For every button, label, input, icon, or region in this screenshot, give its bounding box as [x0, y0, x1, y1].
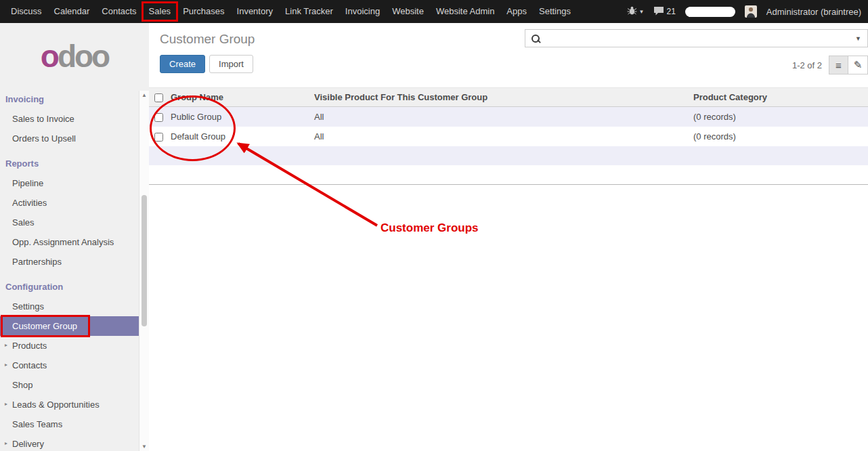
sidebar-item-products[interactable]: ▸Products	[0, 336, 139, 356]
column-header-group-name[interactable]: Group Name	[165, 88, 309, 107]
row-checkbox[interactable]	[154, 133, 163, 142]
user-menu[interactable]: Administrator (braintree)	[766, 7, 861, 17]
sidebar-item-pipeline[interactable]: Pipeline	[0, 173, 139, 193]
cell-visible-product[interactable]: All	[309, 127, 688, 146]
sidebar-item-label: Customer Group	[12, 321, 77, 331]
row-checkbox-cell	[149, 127, 165, 146]
sidebar-item-contacts[interactable]: ▸Contacts	[0, 356, 139, 375]
nav-item-website-admin[interactable]: Website Admin	[430, 0, 500, 23]
nav-item-apps[interactable]: Apps	[500, 0, 533, 23]
scrollbar-thumb[interactable]	[142, 195, 147, 326]
sidebar-item-customer-group[interactable]: Customer Group	[0, 316, 139, 336]
cell-product-category[interactable]: (0 records)	[688, 127, 868, 146]
chevron-right-icon: ▸	[5, 362, 7, 368]
cell-group-name[interactable]: Default Group	[165, 127, 309, 146]
sidebar-item-label: Products	[12, 341, 47, 351]
row-checkbox[interactable]	[154, 113, 163, 122]
sidebar-item-label: Leads & Opportunities	[12, 400, 100, 410]
messaging-button[interactable]: 21	[653, 6, 675, 18]
nav-item-purchases[interactable]: Purchases	[177, 0, 230, 23]
sidebar-item-label: Partnerships	[12, 257, 62, 267]
message-count-badge: 21	[666, 7, 675, 16]
action-buttons: Create Import	[160, 55, 253, 73]
row-checkbox-cell	[149, 107, 165, 127]
top-menu: Discuss Calendar Contacts Sales Purchase…	[0, 0, 577, 23]
sidebar-item-label: Sales	[12, 217, 35, 228]
select-all-checkbox[interactable]	[154, 93, 163, 102]
import-button[interactable]: Import	[209, 55, 253, 73]
nav-item-contacts[interactable]: Contacts	[95, 0, 142, 23]
user-avatar	[745, 5, 757, 18]
search-dropdown-icon[interactable]: ▼	[849, 35, 867, 42]
sidebar-item-sales[interactable]: Sales	[0, 213, 139, 232]
sidebar-section-title: Invoicing	[0, 89, 139, 109]
sidebar-section-invoicing: Invoicing Sales to Invoice Orders to Ups…	[0, 89, 139, 148]
sidebar-item-label: Shop	[12, 380, 32, 390]
odoo-logo-rest: doo	[58, 39, 108, 74]
column-header-product-category[interactable]: Product Category	[688, 88, 868, 107]
odoo-logo: odoo	[0, 23, 149, 84]
table-row[interactable]: Default Group All (0 records)	[149, 127, 868, 146]
filler-row	[149, 146, 868, 165]
nav-item-discuss[interactable]: Discuss	[5, 0, 48, 23]
sidebar-item-orders-to-upsell[interactable]: Orders to Upsell	[0, 129, 139, 148]
sidebar-item-leads-opportunities[interactable]: ▸Leads & Opportunities	[0, 395, 139, 414]
cell-product-category[interactable]: (0 records)	[688, 107, 868, 127]
search-input[interactable]	[544, 30, 849, 47]
nav-item-settings[interactable]: Settings	[533, 0, 577, 23]
search-icon	[531, 34, 541, 43]
pager: 1-2 of 2	[792, 60, 822, 70]
scroll-down-icon[interactable]: ▼	[139, 444, 149, 450]
chevron-right-icon: ▸	[5, 440, 7, 446]
sidebar-menu: Invoicing Sales to Invoice Orders to Ups…	[0, 89, 139, 451]
sidebar-section-configuration: Configuration Settings Customer Group ▸P…	[0, 277, 139, 451]
main-content: Customer Group ▼ Create Import 1-2 of 2 …	[149, 23, 868, 451]
debug-menu-button[interactable]: ▼	[627, 6, 645, 17]
cell-visible-product[interactable]: All	[309, 107, 688, 127]
sidebar-item-sales-teams[interactable]: Sales Teams	[0, 414, 139, 434]
column-header-visible-product[interactable]: Visible Product For This Customer Group	[309, 88, 688, 107]
caret-down-icon: ▼	[639, 9, 645, 15]
sidebar: odoo Invoicing Sales to Invoice Orders t…	[0, 23, 149, 451]
search-box: ▼	[525, 29, 868, 47]
chevron-right-icon: ▸	[5, 401, 7, 407]
nav-item-calendar[interactable]: Calendar	[48, 0, 96, 23]
sidebar-item-label: Settings	[12, 301, 44, 312]
header-checkbox-cell	[149, 88, 165, 107]
table-header-row: Group Name Visible Product For This Cust…	[149, 88, 868, 107]
sidebar-section-title: Reports	[0, 154, 139, 173]
sidebar-item-delivery[interactable]: ▸Delivery	[0, 434, 139, 451]
form-view-button[interactable]: ✎	[848, 56, 868, 74]
sidebar-section-reports: Reports Pipeline Activities Sales Opp. A…	[0, 154, 139, 272]
sidebar-item-label: Pipeline	[12, 178, 43, 188]
sidebar-item-label: Activities	[12, 198, 47, 208]
top-navbar: Discuss Calendar Contacts Sales Purchase…	[0, 0, 868, 23]
page-title: Customer Group	[160, 32, 255, 47]
sidebar-item-settings[interactable]: Settings	[0, 297, 139, 316]
nav-item-sales[interactable]: Sales	[143, 0, 177, 23]
sidebar-item-label: Orders to Upsell	[12, 133, 76, 144]
sidebar-item-shop[interactable]: Shop	[0, 375, 139, 395]
nav-item-website[interactable]: Website	[386, 0, 430, 23]
filler-row	[149, 165, 868, 184]
odoo-logo-accent-letter: o	[41, 39, 58, 74]
sidebar-item-partnerships[interactable]: Partnerships	[0, 252, 139, 272]
sidebar-item-label: Contacts	[12, 360, 47, 370]
sidebar-item-activities[interactable]: Activities	[0, 193, 139, 213]
sidebar-section-title: Configuration	[0, 277, 139, 297]
timer-pill[interactable]	[685, 7, 735, 17]
create-button[interactable]: Create	[160, 55, 205, 73]
sidebar-item-sales-to-invoice[interactable]: Sales to Invoice	[0, 109, 139, 129]
table-row[interactable]: Public Group All (0 records)	[149, 107, 868, 127]
scroll-up-icon[interactable]: ▲	[139, 92, 149, 98]
sidebar-item-label: Sales to Invoice	[12, 114, 74, 124]
nav-item-inventory[interactable]: Inventory	[231, 0, 279, 23]
list-view-button[interactable]: ≡	[829, 56, 848, 74]
sidebar-scrollbar[interactable]: ▲ ▼	[139, 91, 149, 451]
cell-group-name[interactable]: Public Group	[165, 107, 309, 127]
nav-item-link-tracker[interactable]: Link Tracker	[279, 0, 339, 23]
sidebar-item-opp-assignment-analysis[interactable]: Opp. Assignment Analysis	[0, 232, 139, 252]
nav-item-invoicing[interactable]: Invoicing	[339, 0, 386, 23]
chevron-right-icon: ▸	[5, 342, 7, 348]
chat-bubble-icon	[653, 6, 664, 18]
